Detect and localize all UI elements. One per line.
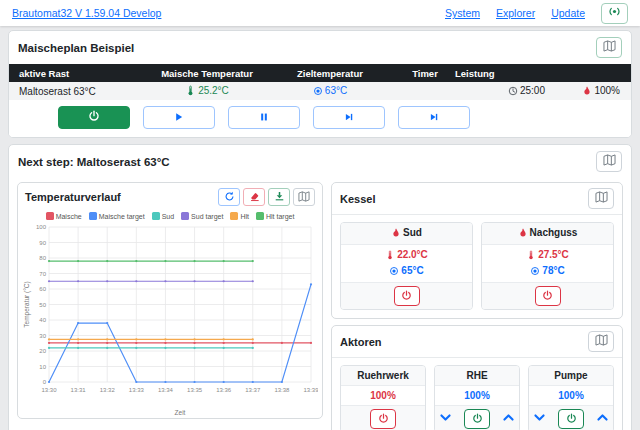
aktor-card-footer — [435, 405, 519, 430]
col-header-leistung: Leistung — [455, 68, 575, 79]
flame-icon — [391, 229, 401, 240]
skip-step-button[interactable] — [313, 106, 385, 129]
chart-detail-button[interactable] — [293, 188, 315, 206]
brand-link[interactable]: Brautomat32 V 1.59.04 Develop — [12, 7, 161, 19]
target-temp: 65°C — [343, 265, 470, 278]
target-icon — [530, 267, 540, 278]
svg-text:13:38: 13:38 — [274, 387, 290, 393]
aktor-card-ruehrwerk: Ruehrwerk 100% — [340, 365, 426, 430]
col-header-maische-temperatur: Maische Temperatur — [149, 68, 265, 79]
rhe-decrease-button[interactable] — [439, 411, 452, 427]
navbar-links: System Explorer Update — [445, 3, 628, 24]
skip-forward-icon — [429, 110, 439, 125]
aktor-card-footer — [341, 405, 425, 430]
next-step-panel: Next step: Maltoserast 63°C Temperaturve… — [8, 144, 632, 430]
kessel-card-body: 27.5°C 78°C — [482, 245, 613, 282]
col-header-timer: Timer — [395, 68, 455, 79]
svg-text:Zeit: Zeit — [175, 409, 186, 416]
thermometer-icon — [526, 251, 536, 262]
nav-link-explorer[interactable]: Explorer — [496, 7, 535, 19]
chevron-up-icon — [502, 411, 515, 427]
legend-item: Maische — [46, 212, 82, 220]
skip-end-button[interactable] — [398, 106, 470, 129]
play-button[interactable] — [143, 106, 215, 129]
chart-clear-button[interactable] — [243, 188, 265, 206]
legend-swatch — [181, 212, 189, 220]
chevron-down-icon — [533, 411, 546, 427]
maischeplan-detail-button[interactable] — [596, 37, 622, 58]
svg-text:13:35: 13:35 — [187, 387, 203, 393]
legend-item: Hlt — [230, 212, 249, 220]
power-icon — [566, 412, 577, 427]
aktor-card-rhe: RHE 100% — [434, 365, 520, 430]
rhe-increase-button[interactable] — [502, 411, 515, 427]
kessel-card-sud: Sud 22.0°C 65°C — [340, 222, 473, 310]
svg-text:70: 70 — [39, 271, 46, 277]
aktoren-cards: Ruehrwerk 100% RHE — [332, 358, 622, 430]
pumpe-increase-button[interactable] — [596, 411, 609, 427]
svg-text:100: 100 — [36, 224, 47, 230]
map-icon — [595, 191, 608, 206]
rhe-power-button[interactable] — [464, 409, 490, 429]
active-rast-cell: Maltoserast 63°C — [9, 86, 149, 97]
aktor-value: 100% — [464, 390, 490, 401]
nav-link-system[interactable]: System — [445, 7, 480, 19]
sud-power-button[interactable] — [394, 286, 420, 306]
col-header-aktive-rast: aktive Rast — [9, 68, 149, 79]
aktor-card-header: RHE — [435, 366, 519, 386]
kessel-detail-button[interactable] — [588, 188, 614, 209]
table-header-row: aktive Rast Maische Temperatur Zieltempe… — [9, 64, 631, 82]
svg-text:60: 60 — [39, 286, 46, 292]
nachguss-power-button[interactable] — [535, 286, 561, 306]
chart-download-button[interactable] — [268, 188, 290, 206]
aktor-card-body: 100% — [341, 386, 425, 405]
aktoren-panel: Aktoren Ruehrwerk 100% — [331, 325, 623, 430]
svg-text:90: 90 — [39, 240, 46, 246]
play-icon — [174, 110, 184, 125]
next-step-detail-button[interactable] — [596, 151, 622, 172]
svg-text:13:33: 13:33 — [129, 387, 145, 393]
timer-cell: 25:00 — [395, 85, 545, 98]
chart-refresh-button[interactable] — [218, 188, 240, 206]
svg-text:30: 30 — [39, 333, 46, 339]
maischeplan-header: Maischeplan Beispiel — [9, 31, 631, 64]
current-temp: 27.5°C — [484, 249, 611, 262]
aktor-card-pumpe: Pumpe 100% — [528, 365, 614, 430]
power-icon — [542, 289, 553, 304]
pumpe-decrease-button[interactable] — [533, 411, 546, 427]
svg-text:40: 40 — [39, 317, 46, 323]
aktor-card-body: 100% — [529, 386, 613, 405]
svg-text:13:30: 13:30 — [41, 387, 57, 393]
temperature-chart: 010203040506070809010013:3013:3113:3213:… — [22, 222, 318, 418]
next-step-title: Next step: Maltoserast 63°C — [18, 156, 170, 168]
target-icon — [313, 87, 323, 98]
legend-swatch — [46, 212, 54, 220]
svg-text:0: 0 — [43, 379, 47, 385]
power-icon — [88, 110, 100, 125]
legend-item: Hlt target — [256, 212, 294, 220]
nav-link-update[interactable]: Update — [551, 7, 585, 19]
temperaturverlauf-panel: Temperaturverlauf — [17, 182, 323, 419]
aktoren-detail-button[interactable] — [588, 331, 614, 352]
maische-temp-cell: 25.2°C — [149, 85, 265, 98]
ruehrwerk-power-button[interactable] — [370, 409, 396, 429]
ziel-temp-cell: 63°C — [265, 85, 395, 98]
power-icon — [472, 412, 483, 427]
chart-legend: MaischeMaische targetSudSud targetHltHlt… — [18, 211, 322, 222]
power-button[interactable] — [58, 106, 130, 129]
svg-text:13:31: 13:31 — [71, 387, 87, 393]
pause-button[interactable] — [228, 106, 300, 129]
svg-text:13:39: 13:39 — [303, 387, 318, 393]
kessel-title: Kessel — [340, 193, 375, 205]
svg-text:80: 80 — [39, 255, 46, 261]
transport-controls — [9, 100, 631, 137]
pumpe-power-button[interactable] — [558, 409, 584, 429]
aktor-value: 100% — [370, 390, 396, 401]
svg-text:13:32: 13:32 — [100, 387, 116, 393]
legend-swatch — [89, 212, 97, 220]
chart-title: Temperaturverlauf — [25, 191, 121, 203]
map-icon — [595, 334, 608, 349]
kessel-card-header: Nachguss — [482, 223, 613, 245]
connection-status-button[interactable] — [601, 3, 628, 24]
next-step-body: Temperaturverlauf — [9, 178, 631, 430]
